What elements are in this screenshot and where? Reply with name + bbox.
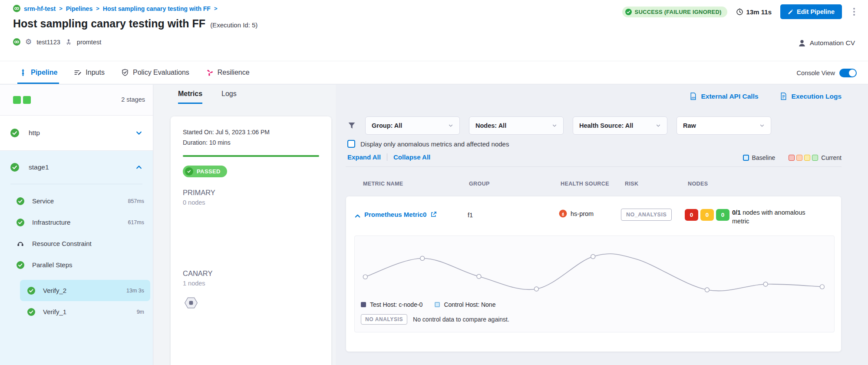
breadcrumb-separator: > bbox=[96, 5, 99, 12]
current-green-swatch bbox=[812, 155, 818, 161]
execution-logs-link[interactable]: Execution Logs bbox=[779, 92, 842, 100]
health-source-filter-dropdown[interactable]: Health Source: All bbox=[573, 116, 667, 135]
status-badge: SUCCESS (FAILURE IGNORED) bbox=[622, 7, 727, 17]
legend-current-label: Current bbox=[821, 154, 842, 161]
breadcrumb-separator: > bbox=[59, 5, 63, 12]
tab-policy-evaluations[interactable]: Policy Evaluations bbox=[121, 61, 189, 84]
success-check-icon bbox=[17, 197, 24, 205]
clock-icon bbox=[736, 8, 743, 16]
started-on: Started On: Jul 5, 2023 1:06 PM bbox=[183, 127, 319, 137]
verification-duration: Duration: 10 mins bbox=[183, 137, 319, 148]
column-nodes: NODES bbox=[688, 181, 708, 187]
passed-badge: PASSED bbox=[183, 166, 227, 177]
step-parallel-steps[interactable]: Parallel Steps bbox=[0, 254, 153, 275]
current-red-swatch bbox=[789, 155, 795, 161]
tags-row: ⚙ test1123 promtest bbox=[13, 38, 101, 46]
success-check-icon bbox=[17, 261, 24, 269]
external-link-icon[interactable] bbox=[430, 211, 437, 218]
metric-name-link[interactable]: Prometheus Metric0 bbox=[364, 211, 437, 218]
tab-inputs[interactable]: Inputs bbox=[74, 61, 105, 84]
red-count-badge: 0 bbox=[685, 209, 698, 221]
column-risk: RISK bbox=[625, 181, 638, 187]
anomalous-only-checkbox[interactable] bbox=[347, 140, 355, 148]
breadcrumb: srm-hf-test > Pipelines > Host sampling … bbox=[13, 5, 218, 12]
resilience-icon bbox=[206, 69, 214, 76]
breadcrumb-project[interactable]: srm-hf-test bbox=[24, 5, 56, 12]
collapse-metric-chevron-icon[interactable] bbox=[354, 213, 361, 219]
metric-filters: Group: All Nodes: All Health Source: All… bbox=[347, 116, 771, 135]
stage-status-square bbox=[23, 96, 31, 104]
step-detail-tabs: Metrics Logs bbox=[178, 90, 237, 104]
canary-node-count: 1 nodes bbox=[183, 280, 319, 287]
step-verify-2[interactable]: Verify_2 13m 3s bbox=[20, 280, 150, 301]
page-title: Host sampling canary testing with FF bbox=[13, 17, 205, 30]
execution-sidebar: 2 stages http stage1 Service 857ms bbox=[0, 85, 153, 365]
breadcrumb-pipelines[interactable]: Pipelines bbox=[66, 5, 92, 12]
console-view-toggle[interactable] bbox=[839, 69, 857, 77]
step-verify-1[interactable]: Verify_1 9m bbox=[0, 301, 153, 322]
nodes-filter-dropdown[interactable]: Nodes: All bbox=[469, 116, 564, 135]
breadcrumb-separator: > bbox=[214, 5, 218, 12]
breadcrumb-pipeline-name[interactable]: Host sampling canary testing with FF bbox=[103, 5, 211, 12]
tab-resilience[interactable]: Resilience bbox=[206, 61, 250, 84]
control-host-swatch bbox=[435, 302, 440, 307]
tab-pipeline[interactable]: Pipeline bbox=[19, 61, 57, 84]
stage-count: 2 stages bbox=[121, 96, 145, 103]
metric-chart-panel: Test Host: c-node-0 Control Host: None N… bbox=[354, 236, 835, 332]
collapse-all-link[interactable]: Collapse All bbox=[393, 153, 430, 161]
tab-metrics[interactable]: Metrics bbox=[178, 90, 202, 104]
anomalous-nodes-summary: 0/1 nodes with anomalous metric bbox=[732, 208, 823, 226]
inputs-icon bbox=[74, 69, 82, 76]
success-check-icon bbox=[27, 308, 35, 316]
chevron-down-icon bbox=[552, 123, 557, 128]
progress-bar bbox=[183, 155, 319, 157]
external-api-calls-link[interactable]: API External API Calls bbox=[689, 92, 759, 100]
delegate-icon bbox=[65, 39, 72, 46]
anomalous-checkbox-label: Display only anomalous metrics and affec… bbox=[360, 140, 509, 148]
tab-logs[interactable]: Logs bbox=[221, 90, 237, 104]
green-count-badge: 0 bbox=[716, 209, 729, 221]
shield-check-icon bbox=[121, 69, 129, 76]
metrics-table-header: METRIC NAME GROUP HEALTH SOURCE RISK NOD… bbox=[336, 181, 868, 189]
step-resource-constraint[interactable]: Resource Constraint bbox=[0, 233, 153, 254]
step-detail-panel: Metrics Logs Started On: Jul 5, 2023 1:0… bbox=[154, 85, 336, 365]
console-view-control: Console View bbox=[797, 61, 857, 85]
resource-constraint-icon bbox=[17, 240, 24, 248]
metric-card: Prometheus Metric0 f1 hs-prom NO_ANALYSI… bbox=[346, 196, 841, 352]
sidebar-stage-http[interactable]: http bbox=[0, 116, 153, 151]
pipeline-icon bbox=[19, 69, 27, 76]
node-risk-counts: 0 0 0 bbox=[685, 209, 729, 221]
harness-pipeline-icon bbox=[13, 5, 20, 12]
execution-duration: 13m 11s bbox=[736, 8, 772, 16]
display-mode-dropdown[interactable]: Raw bbox=[677, 116, 771, 135]
group-filter-dropdown[interactable]: Group: All bbox=[365, 116, 460, 135]
edit-pipeline-button[interactable]: Edit Pipeline bbox=[780, 4, 842, 19]
step-service[interactable]: Service 857ms bbox=[0, 190, 153, 212]
anomalous-filter-row: Display only anomalous metrics and affec… bbox=[347, 140, 509, 148]
host-legend: Test Host: c-node-0 Control Host: None bbox=[361, 301, 495, 308]
more-options-menu-icon[interactable] bbox=[851, 6, 858, 17]
chevron-down-icon[interactable] bbox=[135, 129, 142, 136]
execution-id: (Execution Id: 5) bbox=[210, 21, 257, 29]
canary-label: CANARY bbox=[183, 269, 319, 278]
check-circle-icon bbox=[625, 9, 632, 15]
check-circle-icon bbox=[185, 167, 193, 176]
filter-funnel-icon bbox=[347, 121, 356, 130]
expand-all-link[interactable]: Expand All bbox=[347, 153, 381, 161]
no-analysis-badge: NO ANALYSIS bbox=[361, 314, 407, 325]
expand-collapse-controls: Expand All Collapse All bbox=[347, 153, 430, 161]
chevron-up-icon[interactable] bbox=[135, 164, 142, 171]
analysis-status-row: NO ANALYSIS No control data to compare a… bbox=[361, 314, 509, 325]
yellow-count-badge: 0 bbox=[700, 209, 714, 221]
legend-baseline-label: Baseline bbox=[752, 154, 776, 161]
baseline-swatch bbox=[743, 155, 749, 161]
step-infrastructure[interactable]: Infrastructure 617ms bbox=[0, 212, 153, 233]
pencil-icon bbox=[788, 9, 793, 15]
sidebar-stage-stage1[interactable]: stage1 bbox=[0, 151, 153, 184]
current-swatches bbox=[789, 155, 818, 161]
success-check-icon bbox=[27, 287, 35, 295]
canary-node-hexagon[interactable] bbox=[183, 295, 319, 311]
stage-status-square bbox=[13, 96, 21, 104]
main-tabbar: Pipeline Inputs Policy Evaluations Resil… bbox=[0, 61, 868, 84]
step-duration: 9m bbox=[137, 309, 144, 315]
